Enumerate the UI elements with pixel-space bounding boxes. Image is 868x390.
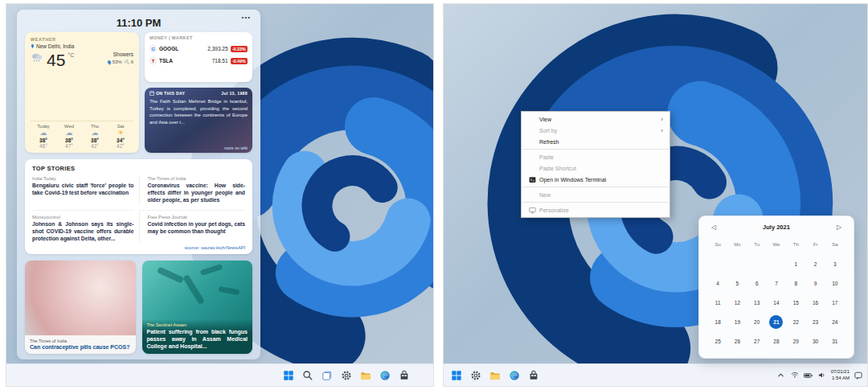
calendar-day-selected[interactable]: 21 — [769, 315, 783, 329]
calendar-day[interactable]: 30 — [809, 335, 822, 348]
calendar-weekday: Mo — [734, 242, 740, 247]
calendar-day[interactable]: 10 — [828, 277, 841, 290]
menu-separator — [522, 202, 669, 203]
calendar-day[interactable]: 4 — [711, 277, 725, 290]
file-explorer-button[interactable] — [358, 367, 374, 384]
search-icon — [302, 370, 313, 381]
calendar-day[interactable]: 25 — [711, 335, 725, 348]
calendar-next-month-button[interactable]: ▷ — [833, 224, 845, 231]
taskbar-clock[interactable]: 07/21/21 1:54 AM — [831, 369, 850, 382]
more-on-wiki-link[interactable]: more on wiki — [224, 146, 248, 150]
widgets-more-options-button[interactable]: ••• — [242, 14, 251, 21]
calendar-day[interactable]: 26 — [731, 335, 744, 348]
task-view-button[interactable] — [319, 367, 335, 384]
calendar-day[interactable]: 17 — [828, 296, 841, 310]
volume-button[interactable] — [817, 369, 827, 382]
edge-browser-button[interactable] — [377, 367, 393, 384]
calendar-day[interactable]: 15 — [789, 296, 803, 310]
context-menu-item-personalize[interactable]: Personalize — [522, 204, 669, 216]
top-stories-widget: TOP STORIES India Today Bengaluru civic … — [25, 159, 252, 254]
stock-row[interactable]: G GOOGL 2,393.25 -0.33% — [149, 45, 248, 52]
context-menu: View › Sort by › Refresh Paste Paste Sho… — [521, 111, 670, 218]
calendar-day[interactable]: 3 — [828, 257, 841, 271]
edge-icon — [379, 370, 391, 381]
tsla-logo-icon: T — [149, 57, 157, 64]
calendar-day[interactable]: 19 — [731, 315, 744, 329]
windows-logo-icon — [451, 370, 462, 381]
calendar-day[interactable]: 22 — [789, 315, 803, 329]
calendar-day[interactable]: 5 — [731, 277, 744, 290]
context-menu-item-refresh[interactable]: Refresh — [522, 136, 669, 147]
cloud-icon: ☁ — [56, 129, 82, 138]
search-button[interactable] — [300, 367, 316, 384]
on-this-day-text: The Fatih Sultan Mehmet Bridge in Istanb… — [149, 98, 248, 125]
store-button[interactable] — [526, 367, 542, 384]
story-item[interactable]: Free Press Journal Covid infection in yo… — [139, 210, 246, 243]
battery-button[interactable] — [804, 369, 813, 382]
calendar-day[interactable]: 27 — [750, 335, 764, 348]
calendar-day[interactable]: 23 — [809, 315, 822, 329]
news-source-attribution: source: saurav.tech/NewsAPI — [32, 245, 245, 250]
task-view-icon — [321, 370, 333, 381]
store-button[interactable] — [396, 367, 412, 384]
calendar-day[interactable]: 13 — [750, 296, 764, 310]
market-widget[interactable]: MONEY | MARKET G GOOGL 2,393.25 -0.33% T… — [145, 32, 252, 82]
start-button[interactable] — [448, 367, 465, 384]
context-menu-item-paste-shortcut[interactable]: Paste Shortcut — [522, 162, 669, 174]
context-menu-item-sort-by[interactable]: Sort by › — [522, 125, 669, 136]
battery-icon — [804, 372, 813, 379]
story-item[interactable]: Moneycontrol Johnson & Johnson says its … — [32, 210, 134, 243]
tray-time: 1:54 AM — [831, 376, 850, 382]
news-card-black-fungus[interactable]: The Sentinel Assam Patient suffering fro… — [142, 261, 253, 354]
network-button[interactable] — [790, 369, 800, 382]
calendar-day[interactable]: 28 — [769, 335, 783, 348]
calendar-day[interactable]: 29 — [789, 335, 803, 348]
story-item[interactable]: The Times of India Coronavirus vaccine: … — [139, 176, 246, 204]
weather-forecast: Today ☁ 38° 46° Wed ☁ 38° 47° Thu — [31, 121, 133, 149]
taskbar: 07/21/21 1:54 AM — [444, 363, 867, 386]
notification-center-button[interactable] — [854, 369, 863, 382]
calendar-day[interactable]: 12 — [731, 296, 744, 310]
calendar-day[interactable]: 14 — [769, 296, 783, 310]
calendar-day[interactable]: 6 — [750, 277, 764, 290]
change-badge: -0.49% — [231, 58, 248, 64]
settings-button[interactable] — [338, 367, 354, 384]
on-this-day-widget[interactable]: ON THIS DAY Jul 13, 1988 The Fatih Sulta… — [145, 88, 252, 153]
context-menu-item-paste[interactable]: Paste — [522, 151, 669, 162]
calendar-day[interactable]: 18 — [711, 315, 725, 329]
story-item[interactable]: India Today Bengaluru civic staff 'force… — [32, 176, 134, 204]
calendar-day[interactable]: 1 — [789, 257, 803, 271]
calendar-blank-cell — [731, 257, 744, 271]
calendar-day[interactable]: 8 — [789, 277, 803, 290]
calendar-day[interactable]: 31 — [828, 335, 841, 348]
calendar-day[interactable]: 24 — [828, 315, 841, 329]
rain-cloud-icon — [31, 51, 44, 63]
file-explorer-button[interactable] — [487, 367, 503, 384]
start-button[interactable] — [280, 367, 297, 384]
weather-widget[interactable]: WEATHER New Delhi, India 45 °C Show — [25, 32, 139, 153]
context-menu-item-new[interactable]: New — [522, 189, 669, 200]
calendar-day[interactable]: 16 — [809, 296, 822, 310]
dual-screenshot-canvas: 11:10 PM ••• WEATHER New Delhi, India — [0, 0, 868, 390]
calendar-day[interactable]: 7 — [769, 277, 783, 290]
edge-browser-button[interactable] — [506, 367, 522, 384]
news-card-pcos[interactable]: The Times of India Can contraceptive pil… — [25, 261, 136, 354]
stock-row[interactable]: T TSLA 718.51 -0.49% — [149, 57, 248, 64]
widgets-panel: 11:10 PM ••• WEATHER New Delhi, India — [17, 10, 260, 359]
calendar-day[interactable]: 20 — [750, 315, 764, 329]
calendar-day[interactable]: 9 — [809, 277, 822, 290]
left-monitor: 11:10 PM ••• WEATHER New Delhi, India — [6, 3, 434, 387]
calendar-prev-month-button[interactable]: ◁ — [708, 224, 719, 231]
tray-overflow-button[interactable] — [776, 369, 786, 382]
calendar-day[interactable]: 11 — [711, 296, 725, 310]
sun-icon: ☀ — [108, 129, 133, 138]
context-menu-item-view[interactable]: View › — [522, 113, 669, 125]
weather-location: New Delhi, India — [36, 43, 74, 49]
on-this-day-date: Jul 13, 1988 — [221, 91, 248, 96]
calendar-day[interactable]: 2 — [809, 257, 822, 271]
context-menu-item-open-in-windows-terminal[interactable]: Open in Windows Terminal — [522, 174, 669, 185]
bacteria-image — [182, 274, 205, 305]
submenu-arrow-icon: › — [661, 127, 663, 134]
settings-button[interactable] — [468, 367, 484, 384]
calendar-blank-cell — [711, 257, 725, 271]
